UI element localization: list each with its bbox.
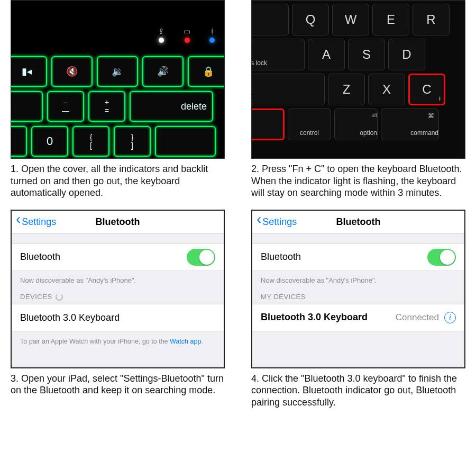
page-title: Bluetooth [336, 217, 381, 228]
caption-2: 2. Press "Fn + C" to open the keyboard B… [251, 159, 465, 210]
caption-4: 4. Click the "Bluetooth 3.0 keyboard" to… [251, 368, 465, 419]
panel-2-image: tab Q W E R caps lock A S D shift Z X C … [251, 0, 465, 159]
key-fn-highlight: fn [251, 109, 285, 140]
bluetooth-icon: ᚼ [210, 27, 214, 35]
key-equals: += [88, 91, 125, 122]
key-voldown: 🔉 [97, 56, 138, 87]
caps-icon: ⇪ [158, 27, 164, 35]
key-minus: –— [47, 91, 84, 122]
key-c-highlight: C ᚼ [408, 74, 445, 105]
section-devices: DEVICES [12, 285, 224, 304]
panel-1-image: ⇪ ▭ ᚼ ▮◂ 🔇 🔉 🔊 🔒 –— += delete 0 {[ [11, 0, 225, 159]
key-volup: 🔊 [142, 56, 184, 87]
key-x: X [368, 74, 405, 105]
key-delete: delete [130, 91, 213, 122]
key-s: S [348, 39, 385, 70]
key-control: control [288, 109, 331, 140]
indicator-row: ⇪ ▭ ᚼ [158, 27, 215, 43]
info-icon[interactable]: i [444, 312, 456, 323]
discoverable-text: Now discoverable as "Andy's iPhone". [12, 271, 224, 285]
key-mute: 🔇 [51, 56, 93, 87]
toggle-on[interactable] [187, 249, 215, 266]
toggle-on[interactable] [427, 249, 456, 266]
device-row[interactable]: Bluetooth 3.0 Keyboard [12, 304, 224, 331]
footer-text: To pair an Apple Watch with your iPhone,… [12, 331, 224, 351]
key-q: Q [292, 4, 329, 35]
bluetooth-icon: ᚼ [438, 95, 442, 102]
key-prev: ▮◂ [11, 56, 47, 87]
battery-icon: ▭ [184, 27, 190, 35]
spinner-icon [56, 293, 63, 301]
discoverable-text: Now discoverable as "Andy's iPhone". [252, 271, 464, 285]
key-generic [155, 126, 216, 157]
page-title: Bluetooth [96, 217, 140, 228]
connected-label: Connected [396, 312, 439, 323]
caption-1: 1. Open the cover, all the indicators an… [11, 159, 225, 210]
panel-3-ios: Settings Bluetooth Bluetooth Now discove… [11, 210, 225, 368]
key-w: W [332, 4, 369, 35]
toggle-label: Bluetooth [20, 251, 60, 263]
key-shift: shift [251, 74, 325, 105]
key-z: Z [328, 74, 365, 105]
key-capslock: caps lock [251, 39, 305, 70]
key-e: E [372, 4, 409, 35]
key-a: A [308, 39, 345, 70]
back-button[interactable]: Settings [12, 217, 56, 228]
key-lock: 🔒 [188, 56, 225, 87]
watch-app-link[interactable]: Watch app [170, 338, 201, 345]
section-my-devices: MY DEVICES [252, 285, 464, 304]
key-command: ⌘command [381, 109, 439, 140]
key-option: altoption [334, 109, 378, 140]
bluetooth-toggle-row[interactable]: Bluetooth [12, 243, 224, 271]
key-0: 0 [31, 126, 68, 157]
device-row-connected[interactable]: Bluetooth 3.0 Keyboard Connected i [252, 304, 464, 331]
key-bracket-open: {[ [72, 126, 109, 157]
key-generic [11, 126, 27, 157]
chevron-left-icon [257, 217, 261, 228]
key-r: R [413, 4, 450, 35]
toggle-label: Bluetooth [261, 251, 301, 263]
panel-4-ios: Settings Bluetooth Bluetooth Now discove… [251, 210, 465, 368]
key-bracket-close: }] [114, 126, 151, 157]
chevron-left-icon [16, 217, 21, 228]
key-tab: tab [251, 4, 289, 35]
key-d: D [388, 39, 425, 70]
key-generic [11, 91, 43, 122]
bluetooth-toggle-row[interactable]: Bluetooth [252, 243, 464, 271]
caption-3: 3. Open your iPad, select "Settings-Blue… [11, 368, 225, 419]
back-button[interactable]: Settings [252, 217, 297, 228]
